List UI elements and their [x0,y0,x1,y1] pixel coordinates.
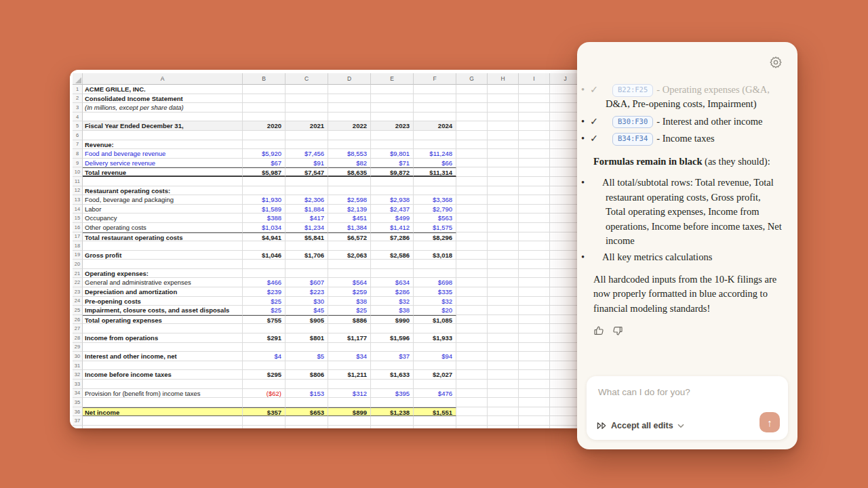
cell[interactable] [519,370,550,380]
cell[interactable] [456,389,488,399]
cell[interactable]: $1,412 [371,223,414,232]
cell[interactable] [285,140,328,150]
cell[interactable]: $7,286 [371,232,414,242]
cell[interactable] [519,140,550,150]
cell[interactable]: $886 [328,315,371,325]
cell[interactable] [243,416,285,426]
cell[interactable]: $45 [285,306,328,315]
cell[interactable]: Total revenue [83,167,243,177]
cell[interactable]: Fiscal Year Ended December 31, [83,121,243,131]
row-header-24[interactable]: 24 [73,297,83,306]
cell[interactable] [488,113,519,122]
cell[interactable] [488,186,519,196]
cell[interactable] [519,232,550,242]
cell[interactable]: 2023 [371,121,414,131]
cell[interactable] [456,223,488,232]
column-header-A[interactable]: A [83,73,243,85]
cell[interactable] [456,103,488,113]
cell[interactable]: Restaurant operating costs: [83,186,243,196]
cell[interactable]: (In millions, except per share data) [83,103,243,113]
cell[interactable] [328,380,371,389]
cell[interactable]: $67 [243,159,285,168]
cell[interactable]: $1,234 [285,223,328,232]
row-header-25[interactable]: 25 [73,306,83,315]
cell[interactable]: $476 [414,389,456,399]
cell[interactable]: $4,941 [243,232,285,242]
row-header-8[interactable]: 8 [73,149,83,159]
cell[interactable] [456,333,488,343]
cell[interactable] [488,159,519,168]
cell[interactable]: $295 [243,370,285,380]
cell[interactable]: $25 [243,306,285,315]
cell[interactable] [414,260,456,269]
cell[interactable] [488,131,519,140]
cell[interactable]: $9,872 [371,167,414,177]
cell[interactable]: $2,790 [414,205,456,214]
cell[interactable] [328,260,371,269]
cell[interactable] [328,103,371,113]
cell[interactable] [414,416,456,426]
cell[interactable]: $9,801 [371,149,414,159]
cell[interactable] [371,361,414,371]
cell[interactable]: Other operating costs [83,223,243,232]
cell[interactable]: $259 [328,287,371,297]
cell[interactable]: Gross profit [83,251,243,260]
cell[interactable]: $357 [243,407,285,417]
cell[interactable]: $37 [371,352,414,361]
cell[interactable] [414,343,456,352]
cell[interactable]: 2021 [285,121,328,131]
column-header-H[interactable]: H [488,73,519,85]
cell[interactable] [519,103,550,113]
cell[interactable] [456,167,488,177]
cell[interactable] [456,85,488,94]
cell[interactable]: $25 [328,306,371,315]
cell[interactable] [371,241,414,251]
cell[interactable] [83,380,243,389]
cell[interactable]: $71 [371,159,414,168]
cell[interactable] [488,214,519,223]
row-header-36[interactable]: 36 [73,407,83,417]
cell[interactable] [488,85,519,94]
cell[interactable]: $466 [243,278,285,287]
row-header-34[interactable]: 34 [73,389,83,399]
cell[interactable] [414,177,456,186]
cell[interactable] [488,232,519,242]
cell[interactable] [371,85,414,94]
cell[interactable]: $1,046 [243,251,285,260]
cell[interactable] [285,324,328,333]
cell[interactable] [243,241,285,251]
cell[interactable] [488,223,519,232]
cell[interactable] [488,103,519,113]
cell[interactable]: $4 [243,352,285,361]
cell[interactable] [285,380,328,389]
cell[interactable]: Total operating expenses [83,315,243,325]
cell[interactable] [456,416,488,426]
cell[interactable] [519,287,550,297]
cell[interactable]: $312 [328,389,371,399]
cell[interactable]: $32 [371,297,414,306]
cell[interactable] [488,195,519,205]
row-header-6[interactable]: 6 [73,131,83,140]
cell[interactable] [328,324,371,333]
cell[interactable] [488,352,519,361]
row-header-26[interactable]: 26 [73,315,83,325]
cell[interactable] [519,131,550,140]
cell[interactable]: $38 [371,306,414,315]
cell[interactable] [456,121,488,131]
row-header-28[interactable]: 28 [73,333,83,343]
cell[interactable]: $2,437 [371,205,414,214]
cell[interactable] [371,113,414,122]
cell[interactable]: $1,575 [414,223,456,232]
cell[interactable] [519,361,550,371]
cell[interactable] [488,426,519,428]
cell-range-chip[interactable]: B22:F25 [612,84,653,97]
cell[interactable]: Income before income taxes [83,370,243,380]
cell[interactable] [243,85,285,94]
cell[interactable]: $1,596 [371,333,414,343]
cell[interactable]: Provision for (benefit from) income taxe… [83,389,243,399]
cell[interactable] [519,195,550,205]
cell[interactable] [488,167,519,177]
chat-input[interactable]: What can I do for you? [598,387,690,397]
cell[interactable] [488,315,519,325]
cell[interactable] [243,361,285,371]
